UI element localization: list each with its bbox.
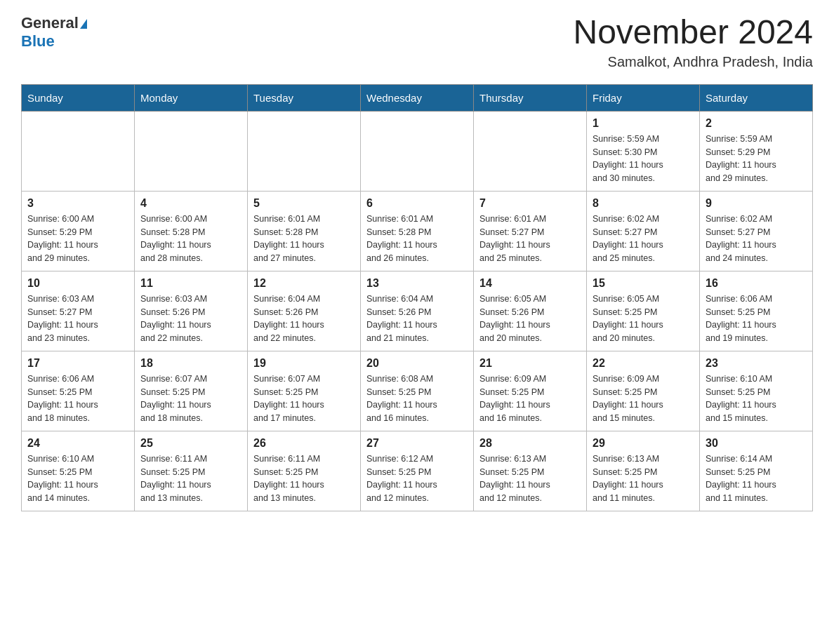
day-info: Sunrise: 6:10 AMSunset: 5:25 PMDaylight:…	[706, 373, 807, 425]
day-number: 4	[140, 197, 241, 210]
calendar-cell	[248, 111, 361, 191]
day-number: 14	[479, 277, 581, 290]
calendar-cell: 6Sunrise: 6:01 AMSunset: 5:28 PMDaylight…	[361, 191, 474, 271]
day-number: 1	[593, 117, 694, 130]
page-header: General Blue November 2024 Samalkot, And…	[21, 14, 813, 70]
day-info: Sunrise: 6:08 AMSunset: 5:25 PMDaylight:…	[366, 373, 468, 425]
day-number: 7	[479, 197, 581, 210]
day-info: Sunrise: 6:09 AMSunset: 5:25 PMDaylight:…	[593, 373, 694, 425]
calendar-cell: 27Sunrise: 6:12 AMSunset: 5:25 PMDayligh…	[361, 431, 474, 511]
calendar-cell: 11Sunrise: 6:03 AMSunset: 5:26 PMDayligh…	[135, 271, 248, 351]
calendar-header-friday: Friday	[587, 84, 700, 111]
day-info: Sunrise: 6:03 AMSunset: 5:26 PMDaylight:…	[140, 293, 241, 345]
day-info: Sunrise: 6:06 AMSunset: 5:25 PMDaylight:…	[706, 293, 807, 345]
day-number: 10	[27, 277, 128, 290]
calendar-week-row: 24Sunrise: 6:10 AMSunset: 5:25 PMDayligh…	[22, 431, 813, 511]
calendar-cell: 8Sunrise: 6:02 AMSunset: 5:27 PMDaylight…	[587, 191, 700, 271]
day-info: Sunrise: 6:10 AMSunset: 5:25 PMDaylight:…	[27, 452, 128, 505]
calendar-cell: 13Sunrise: 6:04 AMSunset: 5:26 PMDayligh…	[361, 271, 474, 351]
logo-general: General	[21, 14, 79, 32]
day-info: Sunrise: 6:05 AMSunset: 5:26 PMDaylight:…	[479, 293, 581, 345]
day-info: Sunrise: 6:06 AMSunset: 5:25 PMDaylight:…	[27, 373, 128, 425]
day-number: 8	[593, 197, 694, 210]
calendar-cell: 18Sunrise: 6:07 AMSunset: 5:25 PMDayligh…	[135, 351, 248, 431]
calendar-cell	[135, 111, 248, 191]
calendar-cell: 30Sunrise: 6:14 AMSunset: 5:25 PMDayligh…	[700, 431, 813, 511]
calendar-cell: 4Sunrise: 6:00 AMSunset: 5:28 PMDaylight…	[135, 191, 248, 271]
calendar-cell: 10Sunrise: 6:03 AMSunset: 5:27 PMDayligh…	[22, 271, 135, 351]
calendar-header-wednesday: Wednesday	[361, 84, 474, 111]
calendar-cell: 21Sunrise: 6:09 AMSunset: 5:25 PMDayligh…	[474, 351, 587, 431]
day-number: 22	[593, 357, 694, 370]
calendar-cell: 2Sunrise: 5:59 AMSunset: 5:29 PMDaylight…	[700, 111, 813, 191]
day-number: 29	[593, 437, 694, 450]
calendar-cell: 23Sunrise: 6:10 AMSunset: 5:25 PMDayligh…	[700, 351, 813, 431]
day-number: 24	[27, 437, 128, 450]
day-info: Sunrise: 6:07 AMSunset: 5:25 PMDaylight:…	[253, 373, 355, 425]
calendar-cell: 9Sunrise: 6:02 AMSunset: 5:27 PMDaylight…	[700, 191, 813, 271]
calendar-cell: 12Sunrise: 6:04 AMSunset: 5:26 PMDayligh…	[248, 271, 361, 351]
calendar-cell: 29Sunrise: 6:13 AMSunset: 5:25 PMDayligh…	[587, 431, 700, 511]
logo-triangle-icon	[80, 19, 87, 29]
calendar-cell: 7Sunrise: 6:01 AMSunset: 5:27 PMDaylight…	[474, 191, 587, 271]
calendar-week-row: 1Sunrise: 5:59 AMSunset: 5:30 PMDaylight…	[22, 111, 813, 191]
day-number: 13	[366, 277, 468, 290]
calendar-header-row: SundayMondayTuesdayWednesdayThursdayFrid…	[22, 84, 813, 111]
calendar-week-row: 3Sunrise: 6:00 AMSunset: 5:29 PMDaylight…	[22, 191, 813, 271]
calendar-header-monday: Monday	[135, 84, 248, 111]
day-number: 28	[479, 437, 581, 450]
day-number: 25	[140, 437, 241, 450]
calendar-header-sunday: Sunday	[22, 84, 135, 111]
day-info: Sunrise: 6:11 AMSunset: 5:25 PMDaylight:…	[253, 452, 355, 505]
day-info: Sunrise: 6:12 AMSunset: 5:25 PMDaylight:…	[366, 452, 468, 505]
logo: General Blue	[21, 14, 87, 51]
calendar-cell	[474, 111, 587, 191]
calendar-cell: 16Sunrise: 6:06 AMSunset: 5:25 PMDayligh…	[700, 271, 813, 351]
calendar-cell: 22Sunrise: 6:09 AMSunset: 5:25 PMDayligh…	[587, 351, 700, 431]
day-number: 19	[253, 357, 355, 370]
day-number: 16	[706, 277, 807, 290]
day-number: 17	[27, 357, 128, 370]
day-info: Sunrise: 6:05 AMSunset: 5:25 PMDaylight:…	[593, 293, 694, 345]
calendar-week-row: 17Sunrise: 6:06 AMSunset: 5:25 PMDayligh…	[22, 351, 813, 431]
title-section: November 2024 Samalkot, Andhra Pradesh, …	[573, 14, 813, 70]
day-number: 26	[253, 437, 355, 450]
day-number: 9	[706, 197, 807, 210]
calendar-cell: 19Sunrise: 6:07 AMSunset: 5:25 PMDayligh…	[248, 351, 361, 431]
calendar-cell: 3Sunrise: 6:00 AMSunset: 5:29 PMDaylight…	[22, 191, 135, 271]
day-info: Sunrise: 6:07 AMSunset: 5:25 PMDaylight:…	[140, 373, 241, 425]
calendar-cell: 26Sunrise: 6:11 AMSunset: 5:25 PMDayligh…	[248, 431, 361, 511]
day-info: Sunrise: 6:13 AMSunset: 5:25 PMDaylight:…	[593, 452, 694, 505]
day-number: 20	[366, 357, 468, 370]
day-number: 6	[366, 197, 468, 210]
day-number: 30	[706, 437, 807, 450]
calendar-cell: 5Sunrise: 6:01 AMSunset: 5:28 PMDaylight…	[248, 191, 361, 271]
calendar-cell: 24Sunrise: 6:10 AMSunset: 5:25 PMDayligh…	[22, 431, 135, 511]
day-info: Sunrise: 6:14 AMSunset: 5:25 PMDaylight:…	[706, 452, 807, 505]
day-number: 12	[253, 277, 355, 290]
day-number: 21	[479, 357, 581, 370]
day-number: 15	[593, 277, 694, 290]
day-info: Sunrise: 6:04 AMSunset: 5:26 PMDaylight:…	[253, 293, 355, 345]
day-info: Sunrise: 6:01 AMSunset: 5:28 PMDaylight:…	[253, 213, 355, 265]
day-info: Sunrise: 6:00 AMSunset: 5:28 PMDaylight:…	[140, 213, 241, 265]
month-title: November 2024	[573, 14, 813, 51]
calendar-header-thursday: Thursday	[474, 84, 587, 111]
calendar-cell: 28Sunrise: 6:13 AMSunset: 5:25 PMDayligh…	[474, 431, 587, 511]
day-info: Sunrise: 5:59 AMSunset: 5:29 PMDaylight:…	[706, 133, 807, 185]
day-info: Sunrise: 6:01 AMSunset: 5:27 PMDaylight:…	[479, 213, 581, 265]
calendar-cell	[22, 111, 135, 191]
day-info: Sunrise: 6:04 AMSunset: 5:26 PMDaylight:…	[366, 293, 468, 345]
day-number: 27	[366, 437, 468, 450]
day-number: 5	[253, 197, 355, 210]
calendar-cell	[361, 111, 474, 191]
calendar-cell: 1Sunrise: 5:59 AMSunset: 5:30 PMDaylight…	[587, 111, 700, 191]
calendar-cell: 14Sunrise: 6:05 AMSunset: 5:26 PMDayligh…	[474, 271, 587, 351]
logo-blue: Blue	[21, 32, 55, 50]
day-number: 18	[140, 357, 241, 370]
day-number: 11	[140, 277, 241, 290]
day-info: Sunrise: 6:02 AMSunset: 5:27 PMDaylight:…	[593, 213, 694, 265]
calendar-week-row: 10Sunrise: 6:03 AMSunset: 5:27 PMDayligh…	[22, 271, 813, 351]
calendar-cell: 15Sunrise: 6:05 AMSunset: 5:25 PMDayligh…	[587, 271, 700, 351]
day-number: 23	[706, 357, 807, 370]
